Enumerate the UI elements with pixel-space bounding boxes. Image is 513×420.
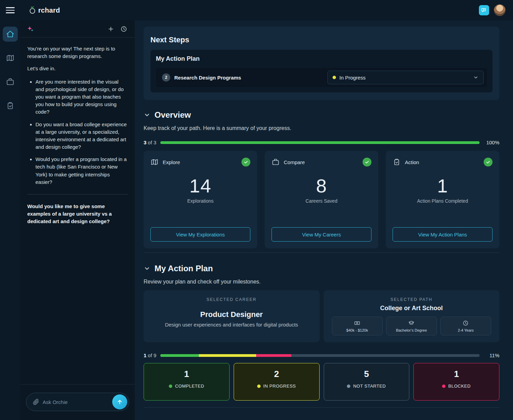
action-plan-progress-percent: 11%: [484, 352, 499, 358]
sidebar-item-compare[interactable]: [3, 74, 18, 89]
chip-label: 2-4 Years: [458, 328, 473, 332]
selected-cards: SELECTED CAREER Product Designer Design …: [144, 290, 499, 342]
explore-card: Explore 14 Explorations View My Explorat…: [144, 151, 257, 248]
arrow-up-icon: [116, 399, 123, 405]
topbar-actions: [479, 4, 513, 16]
send-button[interactable]: [112, 394, 127, 409]
task-label: Research Design Programs: [174, 75, 241, 81]
selected-path-label: SELECTED PATH: [332, 297, 492, 302]
overview-cards: Explore 14 Explorations View My Explorat…: [144, 151, 499, 248]
card-label: Careers Saved: [272, 198, 371, 204]
status-summary: 1 COMPLETED 2 IN PROGRESS 5 NOT STARTED: [144, 363, 499, 401]
clipboard-icon: [393, 158, 401, 166]
overview-progress-bar: [160, 141, 480, 144]
app-shell: You’re on your way! The next step is to …: [0, 20, 513, 420]
next-steps-panel: Next Steps My Action Plan 2 Research Des…: [144, 27, 499, 100]
briefcase-icon: [6, 77, 15, 86]
action-plan-progress-bar: [160, 354, 480, 357]
action-plan-task-row: 2 Research Design Programs In Progress: [156, 68, 487, 87]
collapse-action-plan-button[interactable]: [144, 265, 150, 272]
in-progress-status-card: 2 IN PROGRESS: [234, 363, 320, 401]
overview-subtitle: Keep track of your path. Here is a summa…: [144, 125, 499, 131]
salary-chip: $40k - $120k: [332, 317, 383, 335]
status-label: BLOCKED: [448, 383, 471, 389]
overview-progress-fill: [160, 141, 480, 144]
selected-path-title: College or Art School: [332, 305, 492, 312]
action-plan-header: My Action Plan: [144, 264, 499, 273]
blocked-status-card: 1 BLOCKED: [413, 363, 499, 401]
status-count: 2: [237, 369, 316, 379]
sidebar-item-home[interactable]: [3, 27, 18, 42]
status-dot: [442, 385, 445, 388]
overview-progress-percent: 100%: [484, 140, 499, 145]
overview-header: Overview: [144, 110, 499, 120]
chat-input-pill: [26, 393, 129, 411]
not-started-status-card: 5 NOT STARTED: [324, 363, 410, 401]
degree-chip: Bachelor’s Degree: [386, 317, 437, 335]
collapse-overview-button[interactable]: [144, 112, 150, 118]
orchard-logo: rchard: [28, 6, 60, 15]
task-number-badge: 2: [162, 73, 170, 82]
chat-divider: [27, 194, 128, 194]
chat-message: You’re on your way! The next step is to …: [27, 45, 128, 60]
status-count: 1: [417, 369, 496, 379]
view-careers-button[interactable]: View My Careers: [272, 227, 371, 242]
status-dot: [333, 76, 336, 79]
view-explorations-button[interactable]: View My Explorations: [150, 227, 250, 242]
graduation-cap-icon: [408, 320, 414, 326]
logo-text: rchard: [38, 6, 60, 14]
check-circle-icon: [363, 158, 371, 166]
banknote-icon: [354, 320, 360, 326]
action-plan-progress: 1of 9 11%: [144, 352, 499, 358]
nav-rail: [0, 20, 20, 420]
overview-title: Overview: [155, 110, 191, 120]
avatar[interactable]: [494, 4, 505, 16]
card-label: Explorations: [150, 198, 250, 204]
chat-input[interactable]: [43, 399, 111, 405]
status-label: In Progress: [339, 75, 366, 81]
task-status-dropdown[interactable]: In Progress: [327, 71, 484, 84]
clock-icon: [120, 26, 127, 32]
compare-card: Compare 8 Careers Saved View My Careers: [265, 151, 378, 248]
topbar: rchard: [0, 0, 513, 20]
sidebar-item-action[interactable]: [3, 98, 18, 113]
blocked-segment: [256, 354, 291, 357]
card-title: Compare: [284, 159, 305, 165]
selected-path-card: SELECTED PATH College or Art School $40k…: [324, 290, 500, 342]
map-icon: [150, 158, 159, 166]
chat-bullet: Are you more interested in the visual an…: [35, 78, 128, 116]
completed-status-card: 1 COMPLETED: [144, 363, 230, 401]
home-icon: [6, 30, 15, 39]
sidebar-item-explore[interactable]: [3, 50, 18, 66]
paperclip-icon[interactable]: [32, 399, 39, 405]
status-count: 5: [327, 369, 406, 379]
status-dot: [169, 385, 172, 388]
chip-label: Bachelor’s Degree: [396, 328, 427, 332]
history-button[interactable]: [119, 24, 129, 34]
orchard-logo-icon: [28, 6, 37, 15]
check-circle-icon: [241, 158, 250, 166]
chat-bullet: Would you prefer a program located in a …: [35, 156, 128, 186]
card-title: Explore: [163, 159, 180, 165]
check-circle-icon: [484, 158, 493, 166]
sparkle-icon: [27, 25, 34, 33]
chat-bullet: Do you want a broad college experience a…: [35, 121, 128, 151]
status-dot: [347, 385, 350, 388]
selected-career-label: SELECTED CAREER: [152, 297, 311, 302]
chat-messages: You’re on your way! The next step is to …: [20, 38, 135, 384]
card-label: Action Plans Completed: [393, 198, 493, 204]
status-label: IN PROGRESS: [263, 383, 296, 389]
briefcase-icon: [272, 158, 280, 166]
next-steps-card: My Action Plan 2 Research Design Program…: [150, 50, 493, 92]
overview-progress-label: 3of 3: [144, 140, 156, 145]
completed-segment: [160, 354, 199, 357]
menu-button[interactable]: [0, 0, 20, 20]
selected-career-title: Product Designer: [152, 310, 311, 319]
view-action-plans-button[interactable]: View My Action Plans: [393, 227, 493, 242]
chevron-down-icon: [473, 75, 479, 80]
path-chips: $40k - $120k Bachelor’s Degree 2-4 Years: [332, 317, 492, 335]
chat-button[interactable]: [479, 5, 489, 15]
new-chat-button[interactable]: [106, 24, 116, 34]
action-plan-title: My Action Plan: [155, 264, 213, 273]
selected-career-description: Design user experiences and interfaces f…: [152, 322, 311, 328]
